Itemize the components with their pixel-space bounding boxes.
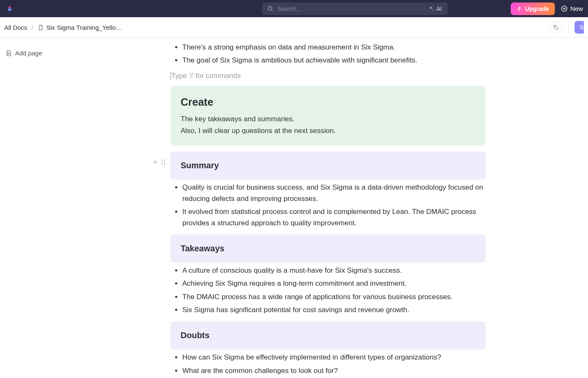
list-item[interactable]: Six Sigma has significant potential for …	[182, 305, 486, 315]
search-box[interactable]	[262, 3, 422, 15]
sidebar: Add page	[0, 38, 67, 378]
svg-point-12	[162, 162, 163, 163]
create-title: Create	[181, 94, 475, 110]
command-placeholder[interactable]: Type '/' for commands	[171, 70, 486, 81]
drag-handle[interactable]	[161, 159, 166, 165]
list-item[interactable]: The DMAIC process has a wide range of ap…	[182, 292, 486, 302]
share-button[interactable]: Sh	[575, 21, 584, 34]
svg-point-10	[162, 160, 163, 161]
app-logo-icon[interactable]	[5, 4, 14, 13]
list-item[interactable]: There's a strong emphasis on data and me…	[182, 42, 486, 53]
divider	[568, 21, 569, 34]
breadcrumb-root[interactable]: All Docs	[4, 24, 27, 31]
breadcrumb-current[interactable]: Six Sigma Training_Yello...	[37, 24, 121, 31]
doubts-bullet-list: How can Six Sigma be effectively impleme…	[171, 352, 486, 378]
svg-point-2	[432, 10, 433, 10]
search-input[interactable]	[277, 5, 417, 13]
add-page-button[interactable]: Add page	[5, 50, 62, 57]
share-label: Sh	[580, 24, 584, 31]
svg-point-0	[268, 7, 272, 10]
grip-icon	[161, 159, 166, 165]
summary-heading-block[interactable]: Summary	[171, 151, 486, 180]
breadcrumb-bar: All Docs / Six Sigma Training_Yello... S…	[0, 17, 588, 38]
list-item[interactable]: Quality is crucial for business success,…	[182, 182, 486, 204]
plus-icon	[152, 159, 158, 165]
create-line: The key takeaways and summaries.	[181, 114, 475, 125]
svg-point-11	[164, 160, 165, 161]
add-block-button[interactable]	[152, 159, 158, 165]
svg-line-1	[271, 10, 273, 11]
list-item[interactable]: Achieving Six Sigma requires a long-term…	[182, 278, 486, 289]
svg-point-13	[164, 162, 165, 163]
doubts-heading-block[interactable]: Doubts	[171, 321, 486, 349]
add-page-label: Add page	[15, 50, 42, 57]
takeaways-heading-block[interactable]: Takeaways	[171, 235, 486, 263]
new-label: New	[570, 5, 583, 12]
breadcrumb-separator: /	[32, 24, 33, 31]
summary-title: Summary	[181, 159, 475, 172]
intro-bullet-list: There's a strong emphasis on data and me…	[171, 42, 486, 66]
create-block[interactable]: Create The key takeaways and summaries. …	[171, 86, 486, 146]
document-icon	[37, 24, 44, 31]
top-bar: AI Upgrade New	[0, 0, 588, 17]
sparkle-icon	[428, 6, 434, 12]
svg-point-7	[554, 26, 555, 26]
plus-circle-icon	[561, 5, 568, 12]
rocket-icon	[517, 6, 522, 12]
document-content: There's a strong emphasis on data and me…	[67, 38, 588, 378]
ai-button[interactable]: AI	[422, 3, 448, 15]
list-item[interactable]: The goal of Six Sigma is ambitious but a…	[182, 55, 486, 66]
list-item[interactable]: What are the common challenges to look o…	[182, 365, 486, 376]
takeaways-title: Takeaways	[181, 242, 475, 255]
tags-button[interactable]	[550, 21, 562, 34]
upgrade-label: Upgrade	[525, 5, 549, 12]
tag-icon	[553, 24, 559, 31]
new-button[interactable]: New	[561, 5, 583, 12]
doubts-title: Doubts	[181, 329, 475, 342]
list-item[interactable]: How can Six Sigma be effectively impleme…	[182, 352, 486, 363]
summary-bullet-list: Quality is crucial for business success,…	[171, 182, 486, 228]
list-item[interactable]: It evolved from statistical process cont…	[182, 206, 486, 229]
search-icon	[267, 5, 273, 12]
list-item[interactable]: A culture of conscious quality is a must…	[182, 265, 486, 276]
ai-label: AI	[436, 5, 442, 12]
svg-point-3	[520, 8, 520, 8]
create-line: Also, I will clear up questions at the n…	[181, 125, 475, 136]
takeaways-bullet-list: A culture of conscious quality is a must…	[171, 265, 486, 315]
svg-point-14	[162, 164, 163, 164]
upgrade-button[interactable]: Upgrade	[511, 3, 555, 15]
breadcrumb-current-label: Six Sigma Training_Yello...	[46, 24, 121, 31]
add-page-icon	[5, 50, 12, 57]
svg-point-15	[164, 164, 165, 164]
